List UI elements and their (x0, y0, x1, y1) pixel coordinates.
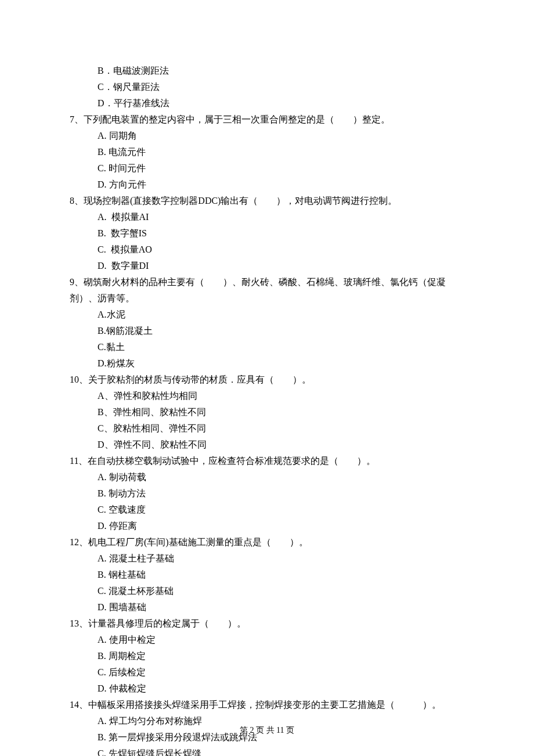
page-footer: 第 2 页 共 11 页 (0, 723, 534, 738)
q10-option-a: A、弹性和胶粘性均相同 (70, 388, 464, 404)
q11-option-b: B. 制动方法 (70, 485, 464, 502)
q9-option-b: B.钢筋混凝土 (70, 323, 464, 339)
document-body: B．电磁波测距法 C．钢尺量距法 D．平行基准线法 7、下列配电装置的整定内容中… (0, 0, 534, 756)
q14-text: 14、中幅板采用搭接接头焊缝采用手工焊接，控制焊接变形的主要工艺措施是（ ）。 (70, 697, 464, 713)
q7-text: 7、下列配电装置的整定内容中，属于三相一次重合闸整定的是（ ）整定。 (70, 111, 464, 128)
q7-option-b: B. 电流元件 (70, 144, 464, 160)
q12-option-a: A. 混凝土柱子基础 (70, 550, 464, 567)
q10-option-b: B、弹性相同、胶粘性不同 (70, 404, 464, 420)
q13-option-d: D. 仲裁检定 (70, 681, 464, 697)
q14-option-c: C. 先焊短焊缝后焊长焊缝 (70, 746, 464, 756)
q13-text: 13、计量器具修理后的检定属于（ ）。 (70, 615, 464, 632)
q8-text: 8、现场控制器(直接数字控制器DDC)输出有（ ），对电动调节阀进行控制。 (70, 193, 464, 209)
q10-option-d: D、弹性不同、胶粘性不同 (70, 437, 464, 453)
q13-option-a: A. 使用中检定 (70, 632, 464, 648)
q11-text: 11、在自动扶梯空载制动试验中，应检查符合标准规范要求的是（ ）。 (70, 453, 464, 469)
q9-option-d: D.粉煤灰 (70, 355, 464, 372)
q9-text-line2: 剂）、沥青等。 (70, 290, 464, 307)
q8-option-b: B. 数字蟹IS (70, 225, 464, 242)
q7-option-c: C. 时间元件 (70, 160, 464, 177)
q13-option-c: C. 后续检定 (70, 664, 464, 681)
q8-option-c: C. 模拟量AO (70, 242, 464, 258)
q6-option-b: B．电磁波测距法 (70, 63, 464, 79)
q9-option-c: C.黏土 (70, 339, 464, 355)
q10-option-c: C、胶粘性相同、弹性不同 (70, 420, 464, 437)
q12-option-d: D. 围墙基础 (70, 599, 464, 615)
q12-option-b: B. 钢柱基础 (70, 567, 464, 583)
q11-option-c: C. 空载速度 (70, 502, 464, 518)
q6-option-c: C．钢尺量距法 (70, 79, 464, 95)
q13-option-b: B. 周期检定 (70, 648, 464, 664)
q9-text-line1: 9、砌筑耐火材料的品种主要有（ ）、耐火砖、磷酸、石棉绳、玻璃纤维、氯化钙（促凝 (70, 274, 464, 290)
q6-option-d: D．平行基准线法 (70, 95, 464, 111)
q10-text: 10、关于胶粘剂的材质与传动带的材质．应具有（ ）。 (70, 372, 464, 388)
q8-option-a: A. 模拟量AI (70, 209, 464, 225)
q7-option-a: A. 同期角 (70, 128, 464, 144)
q11-option-a: A. 制动荷载 (70, 469, 464, 485)
q11-option-d: D. 停距离 (70, 518, 464, 534)
q12-option-c: C. 混凝土杯形基础 (70, 583, 464, 599)
q9-option-a: A.水泥 (70, 307, 464, 323)
q8-option-d: D. 数字量DI (70, 258, 464, 274)
q7-option-d: D. 方向元件 (70, 177, 464, 193)
q12-text: 12、机电工程厂房(车间)基础施工测量的重点是（ ）。 (70, 534, 464, 550)
